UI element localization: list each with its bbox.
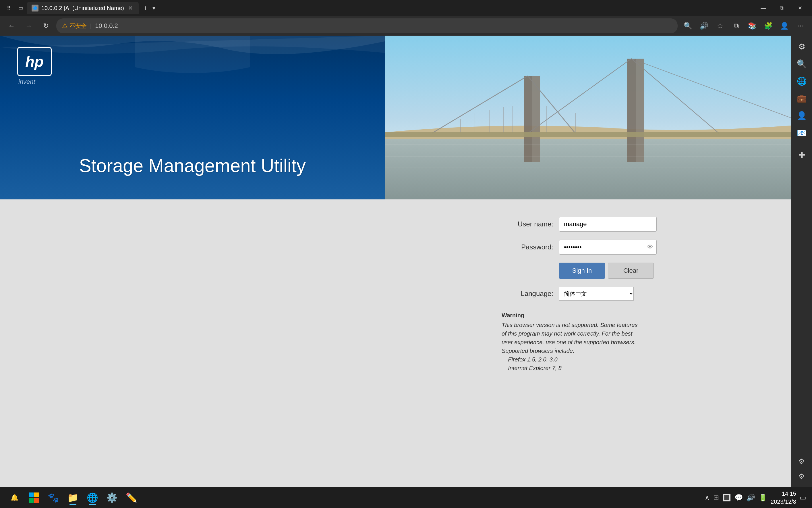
warning-box: Warning This browser version is not supp… [501,311,638,372]
taskbar: 🔔 🐾 📁 🌐 ⚙️ ✏️ ∧ ⊞ 🔳 💬 🔊 🔋 14:15 [0,487,812,508]
taskbar-right: ∧ ⊞ 🔳 💬 🔊 🔋 14:15 2023/12/8 ▭ [705,490,806,506]
username-row: User name: [501,217,657,231]
svg-rect-24 [34,493,39,497]
window-controls: — ⧉ ✕ [755,2,809,14]
start-button[interactable] [25,489,43,506]
signin-button[interactable]: Sign In [559,263,605,279]
clock-date: 2023/12/8 [771,498,796,506]
back-button[interactable]: ← [5,19,18,33]
show-desktop[interactable]: ▭ [800,494,806,502]
username-input[interactable] [559,217,657,231]
clear-button[interactable]: Clear [608,263,654,279]
split-screen-button[interactable]: ⧉ [729,19,743,33]
svg-rect-2 [524,76,532,162]
clock-time: 14:15 [771,490,796,498]
password-row: Password: 👁 [501,240,657,255]
browser-content: hp invent Storage Management Utility [0,36,812,487]
sidebar-person-icon[interactable]: 👤 [794,108,809,123]
collections-button[interactable]: 📚 [746,19,759,33]
bridge-image [385,36,791,200]
tab-toggle[interactable]: ▭ [15,3,26,13]
taskbar-notes[interactable]: ✏️ [123,489,140,506]
svg-rect-19 [385,132,791,137]
taskbar-time[interactable]: 14:15 2023/12/8 [771,490,796,506]
svg-rect-1 [385,139,791,200]
url-field[interactable]: ⚠ 不安全 | 10.0.0.2 [56,18,678,33]
active-indicator [69,504,77,505]
security-warning: ⚠ 不安全 [62,22,87,30]
sidebar-briefcase-icon[interactable]: 💼 [794,91,809,106]
tab-sidebar-toggle[interactable]: ⠿ [3,3,14,13]
tab-close-button[interactable]: ✕ [127,3,134,13]
page-content: hp invent Storage Management Utility [0,36,791,487]
header-left: hp invent Storage Management Utility [0,36,385,200]
header-right-image [385,36,791,200]
url-address: 10.0.0.2 [95,22,118,30]
sidebar-settings-bottom-icon[interactable]: ⚙ [794,469,809,484]
tab-title: 10.0.0.2 [A] (Uninitialized Name) [41,5,124,11]
language-label: Language: [501,290,553,298]
refresh-button[interactable]: ↻ [39,19,53,33]
username-label: User name: [501,220,553,228]
taskbar-search[interactable]: 🐾 [45,489,62,506]
close-button[interactable]: ✕ [791,2,809,14]
address-bar: ← → ↻ ⚠ 不安全 | 10.0.0.2 🔍 🔊 ☆ ⧉ 📚 🧩 👤 ⋯ [0,16,812,36]
tab-favicon: 🔷 [32,5,39,11]
tray-battery[interactable]: 🔋 [759,494,767,502]
tray-network[interactable]: ⊞ [713,494,719,502]
show-password-icon[interactable]: 👁 [647,243,653,251]
svg-rect-26 [34,498,39,503]
favorites-button[interactable]: ☆ [713,19,727,33]
warning-title: Warning [501,311,638,320]
sidebar-globe-icon[interactable]: 🌐 [794,74,809,88]
taskbar-files[interactable]: 📁 [64,489,82,506]
sidebar: ⚙ 🔍 🌐 💼 👤 📧 ✚ ⚙ ⚙ [791,36,812,487]
tab-bar: ⠿ ▭ 🔷 10.0.0.2 [A] (Uninitialized Name) … [0,0,812,16]
hp-logo: hp [17,47,52,76]
tab-dropdown-button[interactable]: ▾ [152,5,155,11]
language-row: Language: 简体中文 English 日本語 한국어 [501,287,634,301]
taskbar-edge[interactable]: 🌐 [84,489,101,506]
forward-button[interactable]: → [22,19,36,33]
sidebar-search-icon[interactable]: 🔍 [794,56,809,71]
url-separator: | [90,23,92,29]
banner-title: Storage Management Utility [0,155,385,200]
minimize-button[interactable]: — [755,2,772,14]
new-tab-button[interactable]: + [140,2,151,14]
read-aloud-button[interactable]: 🔊 [697,19,711,33]
password-wrapper: 👁 [559,240,657,255]
settings-more-button[interactable]: ⋯ [794,19,807,33]
warning-text: This browser version is not supported. S… [501,321,638,372]
svg-rect-4 [627,58,636,162]
active-indicator-edge [89,504,96,505]
tray-sound[interactable]: 🔊 [747,494,755,502]
login-area: User name: Password: 👁 Sign In Clear [0,200,791,487]
taskbar-settings[interactable]: ⚙️ [103,489,121,506]
restore-button[interactable]: ⧉ [773,2,790,14]
password-label: Password: [501,243,553,251]
svg-rect-5 [636,58,644,162]
toolbar-icons: 🔍 🔊 ☆ ⧉ 📚 🧩 👤 ⋯ [681,19,807,33]
password-input[interactable] [559,240,657,255]
hp-invent-text: invent [18,78,35,86]
active-tab: 🔷 10.0.0.2 [A] (Uninitialized Name) ✕ [27,2,139,14]
button-row: Sign In Clear [559,263,654,279]
taskbar-notifications[interactable]: 🔔 [6,489,23,506]
svg-rect-23 [29,493,34,497]
profile-button[interactable]: 👤 [777,19,791,33]
header-banner: hp invent Storage Management Utility [0,36,791,200]
language-select[interactable]: 简体中文 English 日本語 한국어 [559,287,634,301]
browser-controls: ⠿ ▭ [3,3,26,13]
sidebar-outlook-icon[interactable]: 📧 [794,125,809,140]
tray-store[interactable]: 🔳 [722,494,731,502]
search-toolbar-button[interactable]: 🔍 [681,19,695,33]
svg-rect-25 [29,498,34,503]
tray-chevron[interactable]: ∧ [705,494,710,502]
security-label: 不安全 [69,22,87,30]
sidebar-settings-icon[interactable]: ⚙ [794,39,809,54]
sidebar-feedback-icon[interactable]: ⚙ [794,454,809,469]
system-tray: ∧ ⊞ 🔳 💬 🔊 🔋 [705,494,767,502]
extensions-button[interactable]: 🧩 [761,19,775,33]
tray-chat[interactable]: 💬 [734,494,743,502]
sidebar-customize-icon[interactable]: ✚ [794,147,809,162]
